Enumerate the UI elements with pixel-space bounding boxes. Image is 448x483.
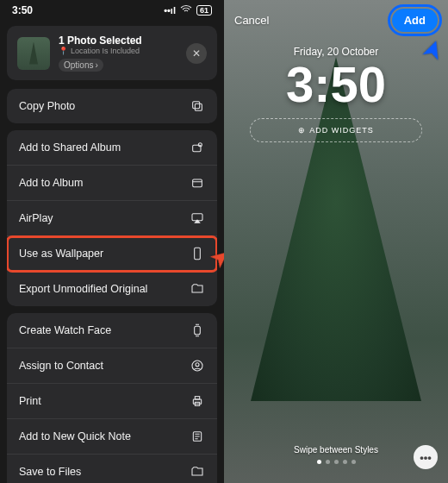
assign-contact-row[interactable]: Assign to Contact <box>7 348 217 384</box>
album-icon <box>190 175 205 191</box>
contact-icon <box>190 358 205 373</box>
action-list: Copy Photo Add to Shared Album Add to Al… <box>0 89 224 483</box>
svg-rect-1 <box>193 102 200 109</box>
airplay-label: AirPlay <box>19 212 53 224</box>
svg-rect-4 <box>193 179 202 187</box>
shared-album-icon <box>190 140 205 155</box>
print-label: Print <box>19 395 41 407</box>
shared-album-label: Add to Shared Album <box>19 141 121 154</box>
assign-contact-label: Assign to Contact <box>19 360 103 372</box>
share-sheet-pane: 3:50 ••ıl 61 1 Photo Selected 📍 Location… <box>0 0 224 483</box>
status-indicators: ••ıl 61 <box>164 3 212 18</box>
share-header: 1 Photo Selected 📍 Location Is Included … <box>7 26 217 80</box>
lockscreen-preview: Friday, 20 October 3:50 ⊕ ADD WIDGETS <box>224 46 448 142</box>
add-album-label: Add to Album <box>19 177 83 189</box>
add-button[interactable]: Add <box>392 9 438 32</box>
folder-icon <box>190 464 205 480</box>
svg-rect-10 <box>193 399 201 404</box>
signal-icon: ••ıl <box>164 5 176 16</box>
copy-icon <box>190 98 205 114</box>
print-row[interactable]: Print <box>7 384 217 419</box>
location-icon: 📍 <box>59 47 68 55</box>
add-album-row[interactable]: Add to Album <box>7 166 217 201</box>
phone-icon <box>190 246 205 261</box>
editor-topbar: Cancel Add <box>224 0 448 41</box>
wifi-icon <box>179 3 193 18</box>
watch-icon <box>190 323 205 338</box>
close-button[interactable]: ✕ <box>186 43 207 64</box>
share-title: 1 Photo Selected <box>59 34 177 47</box>
chevron-right-icon: › <box>95 60 97 70</box>
export-unmod-row[interactable]: Export Unmodified Original <box>7 272 217 306</box>
watch-face-row[interactable]: Create Watch Face <box>7 313 217 348</box>
export-unmod-label: Export Unmodified Original <box>19 283 147 295</box>
status-bar: 3:50 ••ıl 61 <box>0 0 224 21</box>
battery-icon: 61 <box>196 5 212 16</box>
svg-point-9 <box>196 363 199 367</box>
svg-rect-7 <box>195 326 201 334</box>
quick-note-row[interactable]: Add to New Quick Note <box>7 419 217 455</box>
add-widgets-label: ADD WIDGETS <box>309 126 374 135</box>
svg-rect-6 <box>195 248 201 259</box>
share-header-text: 1 Photo Selected 📍 Location Is Included … <box>59 34 177 72</box>
more-button[interactable]: ••• <box>414 445 438 469</box>
save-files-row[interactable]: Save to Files <box>7 455 217 483</box>
airplay-row[interactable]: AirPlay <box>7 201 217 236</box>
share-location: 📍 Location Is Included <box>59 47 177 55</box>
add-widgets-zone[interactable]: ⊕ ADD WIDGETS <box>250 118 422 142</box>
status-time: 3:50 <box>12 4 33 16</box>
plus-icon: ⊕ <box>298 126 306 135</box>
swipe-hint-label: Swipe between Styles <box>294 445 378 455</box>
svg-rect-0 <box>195 104 202 110</box>
note-icon <box>190 429 205 444</box>
folder-icon <box>190 281 205 297</box>
svg-rect-11 <box>195 397 199 399</box>
save-files-label: Save to Files <box>19 466 81 478</box>
copy-photo-label: Copy Photo <box>19 100 75 112</box>
printer-icon <box>190 393 205 409</box>
close-icon: ✕ <box>192 47 201 60</box>
use-wallpaper-row[interactable]: Use as Wallpaper <box>7 236 217 272</box>
copy-photo-row[interactable]: Copy Photo <box>7 89 217 123</box>
cancel-button[interactable]: Cancel <box>234 14 269 27</box>
wallpaper-editor-pane: Cancel Add ➤ Friday, 20 October 3:50 ⊕ A… <box>224 0 448 483</box>
quick-note-label: Add to New Quick Note <box>19 430 131 442</box>
airplay-icon <box>190 210 205 226</box>
photo-thumbnail[interactable] <box>17 37 50 70</box>
shared-album-row[interactable]: Add to Shared Album <box>7 130 217 166</box>
use-wallpaper-label: Use as Wallpaper <box>19 248 103 260</box>
options-button[interactable]: Options › <box>59 59 103 72</box>
lock-time[interactable]: 3:50 <box>224 60 448 110</box>
watch-face-label: Create Watch Face <box>19 324 111 336</box>
ellipsis-icon: ••• <box>420 451 432 464</box>
